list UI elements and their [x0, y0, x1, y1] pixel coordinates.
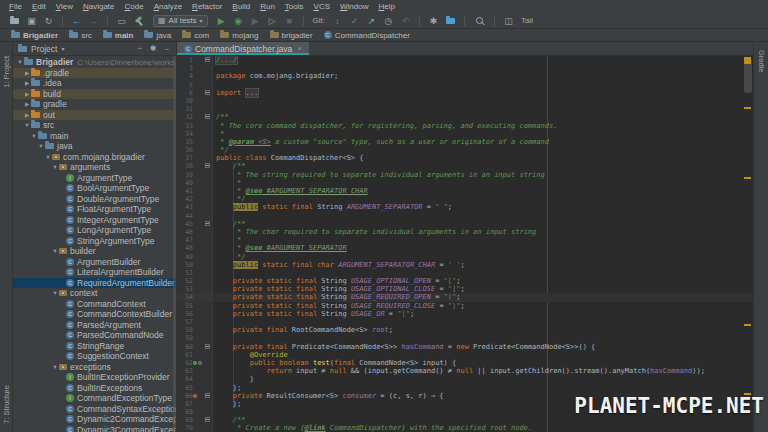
- build-hammer-icon[interactable]: [134, 16, 144, 26]
- tree-item-.gradle[interactable]: ▶.gradle: [13, 68, 176, 79]
- vcs-commit-icon[interactable]: ✓: [349, 14, 360, 28]
- tree-expanded-arrow[interactable]: ▼: [37, 143, 45, 149]
- menu-analyze[interactable]: Analyze: [149, 2, 187, 11]
- run-config-combo[interactable]: ▦All tests▾: [153, 15, 208, 27]
- tree-item-arguments[interactable]: ▼arguments: [13, 162, 176, 173]
- history-icon[interactable]: ◷: [383, 14, 394, 28]
- tree-item-com.mojang.brigadier[interactable]: ▼com.mojang.brigadier: [13, 152, 176, 163]
- tree-item-commandexceptiontype[interactable]: ICommandExceptionType: [13, 393, 176, 404]
- tree-expanded-arrow[interactable]: ▼: [16, 59, 24, 65]
- hide-panel-button[interactable]: –: [163, 44, 171, 53]
- tool-windows-icon[interactable]: ◫: [503, 14, 514, 28]
- tree-item-parsedargument[interactable]: CParsedArgument: [13, 320, 176, 331]
- tree-item-dynamic2commandexception[interactable]: CDynamic2CommandException: [13, 414, 176, 425]
- tree-item-java[interactable]: ▼java: [13, 141, 176, 152]
- menu-navigate[interactable]: Navigate: [78, 2, 120, 11]
- tree-item-suggestioncontext[interactable]: CSuggestionContext: [13, 351, 176, 362]
- fold-marker-icon[interactable]: [205, 221, 210, 226]
- breadcrumb-brigadier[interactable]: Brigadier: [6, 31, 63, 40]
- vcs-update-icon[interactable]: ↓: [332, 14, 343, 28]
- tree-item-context[interactable]: ▼context: [13, 288, 176, 299]
- breadcrumb-src[interactable]: src: [64, 31, 97, 40]
- panel-settings-gear-icon[interactable]: ✱: [148, 44, 159, 53]
- tree-item-integerargumenttype[interactable]: CIntegerArgumentType: [13, 215, 176, 226]
- tree-item-argumenttype[interactable]: IArgumentType: [13, 173, 176, 184]
- tree-item-build[interactable]: ▶build: [13, 89, 176, 100]
- tree-collapsed-arrow[interactable]: ▶: [23, 112, 31, 118]
- menu-run[interactable]: Run: [255, 2, 280, 11]
- tree-item-commandcontext[interactable]: CCommandContext: [13, 299, 176, 310]
- tree-item-commandsyntaxexception[interactable]: CCommandSyntaxException: [13, 404, 176, 415]
- breadcrumb-com[interactable]: com: [177, 31, 214, 40]
- chevron-down-icon[interactable]: ▾: [61, 45, 64, 52]
- forward-icon[interactable]: →: [88, 14, 99, 28]
- tree-item-boolargumenttype[interactable]: CBoolArgumentType: [13, 183, 176, 194]
- menu-help[interactable]: Help: [373, 2, 399, 11]
- tree-expanded-arrow[interactable]: ▼: [23, 122, 31, 128]
- error-stripe-mark[interactable]: [744, 107, 751, 109]
- vcs-push-icon[interactable]: ↗: [366, 14, 377, 28]
- menu-build[interactable]: Build: [227, 2, 255, 11]
- menu-vcs[interactable]: VCS: [309, 2, 335, 11]
- tree-expanded-arrow[interactable]: ▼: [51, 364, 59, 370]
- open-file-icon[interactable]: [10, 18, 19, 24]
- tree-collapsed-arrow[interactable]: ▶: [23, 80, 31, 86]
- tree-item-dynamic3commandexception[interactable]: CDynamic3CommandException: [13, 425, 176, 432]
- fold-marker-icon[interactable]: [205, 57, 210, 62]
- tree-item-exceptions[interactable]: ▼exceptions: [13, 362, 176, 373]
- editor-tab-commanddispatcher[interactable]: C CommandDispatcher.java ×: [177, 42, 309, 55]
- gutter-marker-icon[interactable]: [193, 394, 197, 398]
- breadcrumb-java[interactable]: java: [139, 31, 176, 40]
- tree-expanded-arrow[interactable]: ▼: [30, 133, 38, 139]
- rollback-icon[interactable]: ↶: [400, 14, 411, 28]
- breadcrumb-commanddispatcher[interactable]: CCommandDispatcher: [319, 31, 415, 40]
- breadcrumb-brigadier[interactable]: brigadier: [265, 31, 318, 40]
- run-icon[interactable]: ▶: [216, 14, 227, 28]
- tree-item-commandcontextbuilder[interactable]: CCommandContextBuilder: [13, 309, 176, 320]
- coverage-icon[interactable]: ▷: [267, 14, 278, 28]
- tree-scrollbar[interactable]: [173, 56, 176, 432]
- menu-window[interactable]: Window: [335, 2, 373, 11]
- error-stripe-mark[interactable]: [744, 177, 751, 179]
- menu-edit[interactable]: Edit: [27, 2, 51, 11]
- tree-expanded-arrow[interactable]: ▼: [44, 154, 52, 160]
- breadcrumb-main[interactable]: main: [98, 31, 139, 40]
- fold-marker-icon[interactable]: [205, 90, 210, 95]
- inspection-status-indicator[interactable]: [744, 57, 751, 64]
- tree-item-longargumenttype[interactable]: CLongArgumentType: [13, 225, 176, 236]
- tool-stripe-structure-button[interactable]: 7: Structure: [2, 385, 11, 424]
- project-panel-title[interactable]: Project: [31, 44, 57, 54]
- tree-item-stringargumenttype[interactable]: CStringArgumentType: [13, 236, 176, 247]
- tree-item-stringrange[interactable]: CStringRange: [13, 341, 176, 352]
- tree-collapsed-arrow[interactable]: ▶: [23, 91, 31, 97]
- tree-item-literalargumentbuilder[interactable]: CLiteralArgumentBuilder: [13, 267, 176, 278]
- stop-icon[interactable]: ■: [284, 14, 295, 28]
- fold-marker-icon[interactable]: [205, 114, 210, 119]
- menu-file[interactable]: File: [4, 2, 27, 11]
- editor-scrollbar-thumb[interactable]: [744, 59, 752, 93]
- sync-icon[interactable]: ↻: [43, 14, 54, 28]
- error-stripe-mark[interactable]: [744, 324, 751, 326]
- debug-icon[interactable]: ◉: [233, 14, 244, 28]
- tree-item-requiredargumentbuilder[interactable]: CRequiredArgumentBuilder: [13, 278, 176, 289]
- fold-marker-icon[interactable]: [205, 344, 210, 349]
- menu-view[interactable]: View: [51, 2, 78, 11]
- tree-item-brigadier[interactable]: ▼BrigadierC:\Users\Dinnerbone\workspace\…: [13, 57, 176, 68]
- tree-item-src[interactable]: ▼src: [13, 120, 176, 131]
- close-icon[interactable]: ×: [297, 44, 302, 53]
- tree-item-argumentbuilder[interactable]: CArgumentBuilder: [13, 257, 176, 268]
- tree-item-gradle[interactable]: ▶gradle: [13, 99, 176, 110]
- collapse-all-button[interactable]: ÷: [135, 44, 143, 53]
- breadcrumb-mojang[interactable]: mojang: [215, 31, 263, 40]
- tree-item-floatargumenttype[interactable]: CFloatArgumentType: [13, 204, 176, 215]
- tree-item-builder[interactable]: ▼builder: [13, 246, 176, 257]
- tree-item-doubleargumenttype[interactable]: CDoubleArgumentType: [13, 194, 176, 205]
- override-marker-icon[interactable]: [193, 361, 197, 365]
- menu-refactor[interactable]: Refactor: [187, 2, 227, 11]
- search-everywhere-icon[interactable]: [476, 17, 483, 24]
- tree-item-parsedcommandnode[interactable]: CParsedCommandNode: [13, 330, 176, 341]
- settings-wrench-icon[interactable]: ✱: [428, 14, 439, 28]
- implement-marker-icon[interactable]: [198, 361, 202, 365]
- tree-collapsed-arrow[interactable]: ▶: [23, 70, 31, 76]
- tree-collapsed-arrow[interactable]: ▶: [23, 101, 31, 107]
